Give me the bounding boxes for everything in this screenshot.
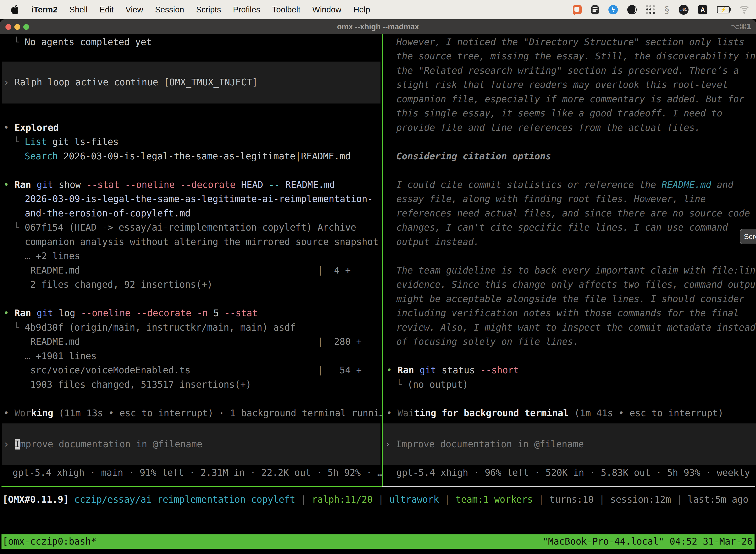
term-segment: | bbox=[671, 494, 688, 505]
term-segment: | 280 + bbox=[317, 336, 362, 347]
term-segment: … +2 lines bbox=[25, 251, 80, 261]
term-segment: └ bbox=[14, 37, 25, 47]
terminal-line: might be acceptable alongside the file l… bbox=[396, 292, 744, 306]
term-segment: last:5m ago bbox=[688, 494, 748, 505]
term-segment: However, I noticed the "Directory Struct… bbox=[396, 37, 744, 47]
term-segment: the source tree, missing the essay. Stil… bbox=[396, 51, 756, 62]
term-segment: Wai bbox=[397, 408, 414, 419]
term-segment: session:12m bbox=[610, 494, 671, 505]
active-pane-bottom-border bbox=[1, 486, 382, 487]
term-segment: | bbox=[439, 494, 456, 505]
term-segment: • bbox=[3, 308, 15, 319]
session-status-left: gpt-5.4 xhigh · main · 91% left · 2.31M … bbox=[13, 466, 382, 480]
term-segment: including verification notes with those … bbox=[396, 308, 739, 319]
term-segment: 5 bbox=[208, 308, 225, 319]
term-segment: status bbox=[436, 365, 481, 376]
term-segment: team:1 workers bbox=[456, 494, 533, 505]
term-segment bbox=[31, 308, 37, 319]
term-segment: git bbox=[420, 365, 436, 376]
term-segment: essay file, along with finding root file… bbox=[396, 193, 706, 204]
terminal-line: src/voice/voiceModeEnabled.ts bbox=[30, 363, 190, 378]
tmux-status-bar: [omx-cczip0:bash* "MacBook-Pro-44.local"… bbox=[1, 535, 755, 549]
prompt-input-left[interactable]: › Improve documentation in @filename bbox=[3, 437, 202, 451]
term-segment: 2026-03-09-is-legal-the-same-as-legitima… bbox=[58, 151, 351, 162]
terminal-line: | 4 + bbox=[317, 263, 351, 278]
screen-share-overlay[interactable]: Scre bbox=[740, 229, 756, 244]
terminal-line: The team guideline is to back every impo… bbox=[396, 263, 756, 278]
working-status-line: • Working (11m 13s • esc to interrupt) ·… bbox=[3, 406, 382, 421]
term-segment: evidence. Since this change only affects… bbox=[396, 279, 756, 290]
tmux-host-clock: "MacBook-Pro-44.local" 04:52 31-Mar-26 bbox=[543, 535, 753, 549]
terminal-line: the source tree, missing the essay. Stil… bbox=[396, 49, 756, 63]
term-segment: • bbox=[3, 179, 15, 190]
term-segment: of focusing solely on file lines. bbox=[396, 336, 579, 347]
term-segment: (1m 41s • esc to interrupt) bbox=[569, 408, 723, 419]
terminal-line: including verification notes with those … bbox=[396, 306, 739, 321]
term-segment: └ bbox=[14, 222, 25, 233]
term-segment: Ran bbox=[397, 365, 414, 376]
term-segment: show bbox=[53, 179, 86, 190]
term-segment: | bbox=[594, 494, 611, 505]
term-segment: No agents completed yet bbox=[25, 37, 152, 47]
terminal-line: review. Also, I might want to inspect th… bbox=[396, 321, 756, 335]
inactive-pane-bottom-border bbox=[382, 486, 755, 487]
tmux-pane-left[interactable]: └ No agents completed yet› Ralph loop ac… bbox=[0, 0, 382, 554]
terminal-line: changes, I can't cite specific file line… bbox=[396, 220, 728, 235]
term-segment: … +1901 lines bbox=[25, 351, 97, 362]
terminal-window[interactable]: └ No agents completed yet› Ralph loop ac… bbox=[0, 34, 756, 554]
term-segment: 1903 files changed, 513517 insertions(+) bbox=[30, 379, 251, 390]
term-segment: • bbox=[3, 408, 15, 419]
term-segment bbox=[414, 365, 420, 376]
term-segment: | bbox=[373, 494, 389, 505]
term-segment: | bbox=[533, 494, 550, 505]
term-segment: output instead. bbox=[396, 236, 479, 247]
terminal-line: this single essay, it seems like a good … bbox=[396, 106, 722, 121]
terminal-line: companion file, especially if more comme… bbox=[396, 92, 744, 107]
term-segment: the "Related research writing" section i… bbox=[396, 65, 739, 76]
term-segment: --short bbox=[481, 365, 519, 376]
terminal-line: However, I noticed the "Directory Struct… bbox=[396, 35, 744, 49]
prompt-input-right[interactable]: › Improve documentation in @filename bbox=[385, 437, 584, 451]
term-segment: └ bbox=[396, 379, 407, 390]
term-segment: this single essay, it seems like a good … bbox=[396, 108, 722, 119]
term-segment: › bbox=[385, 439, 396, 449]
term-segment: --stat bbox=[225, 308, 258, 319]
term-segment: README.md bbox=[30, 336, 80, 347]
term-segment: HEAD bbox=[236, 179, 269, 190]
term-segment: gpt-5.4 xhigh · 96% left · 520K in · 5.8… bbox=[396, 467, 756, 478]
session-status-right: gpt-5.4 xhigh · 96% left · 520K in · 5.8… bbox=[396, 466, 756, 480]
term-segment: 067f154 (HEAD -> essay/ai-reimplementati… bbox=[25, 222, 357, 233]
term-segment: cczip/essay/ai-reimplementation-copyleft bbox=[74, 494, 296, 505]
terminal-line: … +2 lines bbox=[25, 249, 80, 263]
term-segment: ting for background terminal bbox=[414, 408, 569, 419]
term-segment: slight risk that future readers may over… bbox=[396, 79, 728, 90]
omx-status-line: [OMX#0.11.9] cczip/essay/ai-reimplementa… bbox=[2, 492, 748, 507]
term-segment: README.md bbox=[662, 179, 711, 190]
terminal-line: • Ran git status --short bbox=[386, 363, 519, 378]
term-segment: -n bbox=[197, 308, 208, 319]
term-segment bbox=[14, 151, 25, 162]
term-segment: Wor bbox=[15, 408, 31, 419]
term-segment: I bbox=[15, 439, 20, 449]
term-segment: └ bbox=[14, 322, 25, 333]
term-segment: ultrawork bbox=[389, 494, 439, 505]
term-segment: mprove documentation in @filename bbox=[20, 439, 202, 449]
term-segment bbox=[191, 308, 197, 319]
terminal-line: evidence. Since this change only affects… bbox=[396, 277, 756, 292]
terminal-line: and-the-erosion-of-copyleft.md bbox=[25, 206, 190, 221]
terminal-line: • Explored bbox=[3, 121, 59, 135]
term-segment: companion analysis without altering the … bbox=[25, 236, 378, 247]
terminal-line: companion analysis without altering the … bbox=[25, 235, 378, 249]
term-segment: • bbox=[386, 365, 397, 376]
term-segment: └ bbox=[14, 136, 25, 147]
term-segment: king bbox=[31, 408, 53, 419]
pane-divider[interactable] bbox=[382, 34, 383, 487]
term-segment: Search bbox=[25, 151, 58, 162]
term-segment bbox=[31, 179, 37, 190]
term-segment: review. Also, I might want to inspect th… bbox=[396, 322, 756, 333]
term-segment: Ralph loop active continue [OMX_TMUX_INJ… bbox=[15, 77, 258, 88]
terminal-line: └ 4b9d30f (origin/main, instructkr/main,… bbox=[14, 321, 296, 335]
term-segment: 2 files changed, 92 insertions(+) bbox=[30, 279, 212, 290]
term-segment: • bbox=[386, 408, 397, 419]
term-segment: 2026-03-09-is-legal-the-same-as-legitima… bbox=[25, 193, 373, 204]
